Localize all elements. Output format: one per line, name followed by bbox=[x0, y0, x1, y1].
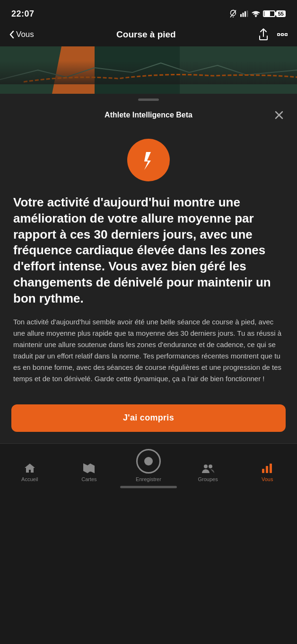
svg-rect-1 bbox=[242, 13, 244, 17]
share-icon[interactable] bbox=[258, 28, 269, 41]
home-icon bbox=[24, 462, 36, 474]
strava-icon bbox=[137, 148, 160, 172]
bottom-nav: Accueil Cartes Enregistrer Groupes bbox=[0, 443, 297, 482]
nav-item-enregistrer[interactable]: Enregistrer bbox=[134, 449, 163, 482]
strava-logo bbox=[127, 139, 170, 181]
nav-item-accueil[interactable]: Accueil bbox=[16, 462, 44, 482]
main-content: Votre activité d'aujourd'hui montre une … bbox=[0, 195, 297, 395]
nav-bar: Vous Course à pied bbox=[0, 25, 297, 46]
nav-item-cartes[interactable]: Cartes bbox=[75, 462, 103, 482]
close-button[interactable] bbox=[272, 108, 286, 122]
record-button[interactable] bbox=[136, 449, 161, 474]
status-time: 22:07 bbox=[11, 9, 35, 19]
svg-point-4 bbox=[255, 16, 256, 17]
svg-rect-19 bbox=[266, 466, 268, 473]
bottom-sheet: Athlete Intelligence Beta Votre activité… bbox=[0, 94, 297, 443]
sheet-title: Athlete Intelligence Beta bbox=[25, 111, 272, 119]
sheet-header: Athlete Intelligence Beta bbox=[0, 104, 297, 129]
nav-item-vous[interactable]: Vous bbox=[253, 462, 281, 482]
svg-point-6 bbox=[281, 34, 284, 36]
signal-icon bbox=[240, 10, 249, 17]
more-icon[interactable] bbox=[277, 33, 288, 36]
vous-icon bbox=[261, 462, 273, 474]
nav-groupes-label: Groupes bbox=[198, 476, 218, 482]
nav-title: Course à pied bbox=[116, 29, 176, 40]
status-icons: 55 bbox=[229, 9, 286, 18]
svg-rect-20 bbox=[270, 464, 272, 473]
body-text: Ton activité d'aujourd'hui semble avoir … bbox=[13, 316, 284, 385]
svg-point-16 bbox=[204, 465, 208, 468]
back-label: Vous bbox=[16, 30, 34, 39]
status-bar: 22:07 55 bbox=[0, 0, 297, 25]
logo-area bbox=[0, 129, 297, 195]
svg-rect-10 bbox=[95, 46, 180, 94]
cta-area: J'ai compris bbox=[0, 395, 297, 443]
svg-rect-11 bbox=[180, 46, 297, 94]
back-button[interactable]: Vous bbox=[9, 30, 34, 39]
hero-map bbox=[0, 46, 297, 94]
battery-percent: 55 bbox=[276, 10, 286, 17]
nav-item-groupes[interactable]: Groupes bbox=[194, 462, 222, 482]
svg-rect-18 bbox=[262, 469, 264, 473]
wifi-icon bbox=[252, 10, 260, 17]
cta-button[interactable]: J'ai compris bbox=[11, 404, 286, 432]
nav-cartes-label: Cartes bbox=[81, 476, 96, 482]
svg-point-7 bbox=[285, 34, 288, 36]
hero-map-svg bbox=[0, 46, 297, 94]
svg-point-5 bbox=[278, 34, 280, 36]
notification-mute-icon bbox=[229, 9, 237, 18]
svg-marker-13 bbox=[84, 464, 94, 473]
svg-rect-2 bbox=[245, 11, 246, 17]
sheet-handle-area bbox=[0, 94, 297, 104]
svg-rect-3 bbox=[246, 10, 248, 17]
record-inner bbox=[144, 457, 153, 465]
nav-enregistrer-label: Enregistrer bbox=[136, 476, 161, 482]
groups-icon bbox=[201, 462, 215, 474]
home-indicator bbox=[0, 482, 297, 493]
main-heading: Votre activité d'aujourd'hui montre une … bbox=[13, 195, 284, 307]
svg-rect-0 bbox=[240, 14, 242, 17]
home-bar bbox=[120, 486, 177, 488]
svg-marker-12 bbox=[144, 152, 151, 170]
battery-indicator: 55 bbox=[263, 10, 286, 17]
nav-actions bbox=[258, 28, 288, 41]
sheet-handle bbox=[138, 98, 159, 101]
nav-vous-label: Vous bbox=[262, 476, 273, 482]
svg-point-17 bbox=[209, 465, 212, 468]
nav-accueil-label: Accueil bbox=[21, 476, 38, 482]
map-icon bbox=[83, 462, 95, 474]
